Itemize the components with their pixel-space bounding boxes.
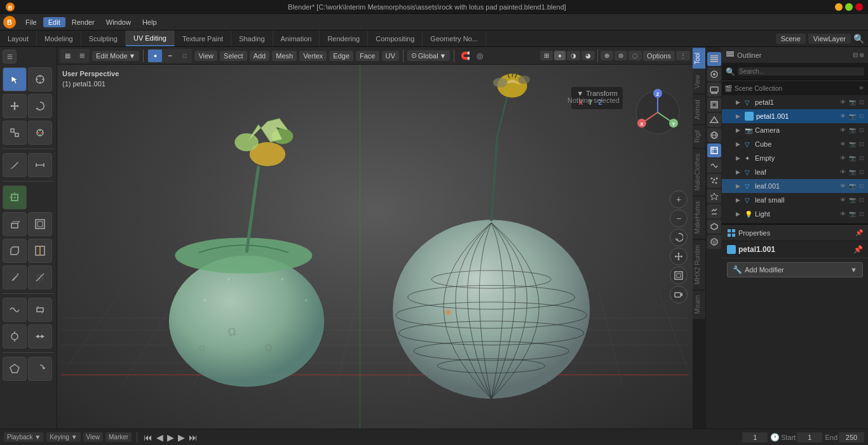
eye-empty[interactable]: 👁 xyxy=(839,154,847,162)
tab-layout[interactable]: Layout xyxy=(0,30,37,46)
cam-leaf[interactable]: 📷 xyxy=(848,168,857,176)
scene-props-tab[interactable] xyxy=(707,113,721,127)
eye-leafsmall[interactable]: 👁 xyxy=(839,196,847,204)
menu-help[interactable]: Help xyxy=(137,17,162,27)
cam-leafsmall[interactable]: 📷 xyxy=(848,196,857,204)
snap-btn[interactable]: 🧲 xyxy=(458,50,472,62)
gizmo-toggle[interactable]: ⊕ xyxy=(600,51,613,60)
shear-tool[interactable] xyxy=(28,298,52,322)
start-frame-input[interactable]: 1 xyxy=(797,432,822,442)
side-animat-tab[interactable]: Animat xyxy=(693,94,705,124)
face-menu[interactable]: Face xyxy=(356,51,379,61)
transform-pivot[interactable]: ⊙ Global ▼ xyxy=(407,50,451,61)
eye-leaf001[interactable]: 👁 xyxy=(839,182,847,190)
tree-item-petal1[interactable]: ▶ ▽ petal1 👁 📷 ⊡ xyxy=(722,95,868,109)
outliner-tab[interactable] xyxy=(707,52,721,66)
zoom-in-btn[interactable]: + xyxy=(670,190,688,208)
sel-camera[interactable]: ⊡ xyxy=(858,126,865,134)
poly-build-tool[interactable] xyxy=(3,357,27,381)
camera-view-btn[interactable] xyxy=(670,286,688,303)
tree-item-scene[interactable]: 🎬 Scene Collection 👁 xyxy=(722,81,868,95)
tree-eye-btn[interactable]: 👁 xyxy=(857,84,865,92)
outliner-search-input[interactable] xyxy=(738,67,864,76)
tab-geometry-nodes[interactable]: Geometry No... xyxy=(423,30,486,46)
sel-cube[interactable]: ⊡ xyxy=(858,140,865,148)
pin-icon[interactable]: 📌 xyxy=(853,245,863,254)
eye-leaf[interactable]: 👁 xyxy=(839,168,847,176)
proportional-edit-btn[interactable]: ◎ xyxy=(473,50,487,62)
tab-sculpting[interactable]: Sculpting xyxy=(81,30,126,46)
eye-petal1[interactable]: 👁 xyxy=(839,98,847,106)
render-props-tab[interactable] xyxy=(707,67,721,81)
view-menu[interactable]: View xyxy=(194,51,217,61)
prev-frame-btn[interactable]: ◀ xyxy=(155,431,165,444)
sel-light[interactable]: ⊡ xyxy=(858,210,865,218)
outliner-filter-btn[interactable]: ⊟ xyxy=(853,51,858,58)
eye-light[interactable]: 👁 xyxy=(839,210,847,218)
add-cube-tool[interactable] xyxy=(3,185,27,209)
view-menu-timeline[interactable]: View xyxy=(83,432,104,442)
orbit-btn[interactable] xyxy=(670,229,688,246)
viewport-3d[interactable]: ▦ ⊞ Edit Mode ▼ ● ━ □ View Select Add Me… xyxy=(57,47,693,428)
uv-menu[interactable]: UV xyxy=(382,51,399,61)
material-props-tab[interactable] xyxy=(707,235,721,249)
transform-tool[interactable] xyxy=(28,121,52,145)
options-menu[interactable]: Options xyxy=(643,51,675,61)
viewport-shading-material[interactable]: ◑ xyxy=(567,51,580,60)
knife-tool[interactable] xyxy=(3,265,27,289)
cursor-tool[interactable] xyxy=(28,67,52,91)
viewport-shading-render[interactable]: ◕ xyxy=(581,51,595,60)
tree-item-empty[interactable]: ▶ ✦ Empty 👁 📷 ⊡ xyxy=(722,151,868,165)
cam-empty[interactable]: 📷 xyxy=(848,154,857,162)
tree-item-leaf001[interactable]: ▶ ▽ leaf.001 👁 📷 ⊡ xyxy=(722,179,868,193)
vertex-select-btn[interactable]: ● xyxy=(148,50,162,62)
tree-item-camera[interactable]: ▶ 📷 Camera 👁 📷 ⊡ xyxy=(722,123,868,137)
scene-selector[interactable]: Scene xyxy=(776,34,806,44)
tab-rendering[interactable]: Rendering xyxy=(320,30,368,46)
minimize-button[interactable] xyxy=(835,3,843,11)
tab-uv-editing[interactable]: UV Editing xyxy=(126,30,175,46)
cam-cube[interactable]: 📷 xyxy=(848,140,857,148)
edit-mode-dropdown[interactable]: Edit Mode ▼ xyxy=(92,51,139,61)
tab-shading[interactable]: Shading xyxy=(231,30,273,46)
vertex-menu[interactable]: Vertex xyxy=(299,51,327,61)
zoom-out-btn[interactable]: − xyxy=(670,209,688,227)
particles-props-tab[interactable] xyxy=(707,174,721,188)
select-menu[interactable]: Select xyxy=(220,51,247,61)
sel-empty[interactable]: ⊡ xyxy=(858,154,865,162)
move-tool[interactable] xyxy=(3,94,27,118)
annotate-tool[interactable] xyxy=(3,153,27,177)
tab-modeling[interactable]: Modeling xyxy=(37,30,81,46)
zoom-extent-btn[interactable] xyxy=(670,267,688,284)
side-rigif-tab[interactable]: Rigif xyxy=(693,124,705,148)
eye-petal1001[interactable]: 👁 xyxy=(839,112,847,120)
xray-toggle[interactable]: ◌ xyxy=(628,51,642,60)
eye-camera[interactable]: 👁 xyxy=(839,126,847,134)
sel-leaf001[interactable]: ⊡ xyxy=(858,182,865,190)
menu-file[interactable]: File xyxy=(20,17,42,27)
pan-btn[interactable] xyxy=(670,248,688,265)
add-modifier-btn[interactable]: 🔧 Add Modifier ▼ xyxy=(727,262,863,277)
eye-cube[interactable]: 👁 xyxy=(839,140,847,148)
select-tool[interactable] xyxy=(3,67,27,91)
cam-petal1001[interactable]: 📷 xyxy=(848,112,857,120)
tree-item-leaf[interactable]: ▶ ▽ leaf 👁 📷 ⊡ xyxy=(722,165,868,179)
physics-props-tab[interactable] xyxy=(707,189,721,203)
bisect-tool[interactable] xyxy=(28,265,52,289)
view-layer-selector[interactable]: ViewLayer xyxy=(808,34,851,44)
cam-leaf001[interactable]: 📷 xyxy=(848,182,857,190)
tree-item-leafsmall[interactable]: ▶ ▽ leaf small 👁 📷 ⊡ xyxy=(722,193,868,207)
cam-light[interactable]: 📷 xyxy=(848,210,857,218)
output-props-tab[interactable] xyxy=(707,83,721,96)
jump-end-btn[interactable]: ⏭ xyxy=(187,431,199,444)
header-expand[interactable]: ⋮ xyxy=(676,51,690,60)
measure-tool[interactable] xyxy=(28,153,52,177)
extrude-tool[interactable] xyxy=(3,212,27,236)
side-makehuma-tab[interactable]: MakeHuma xyxy=(693,196,705,239)
tree-item-cube[interactable]: ▶ ▽ Cube 👁 📷 ⊡ xyxy=(722,137,868,151)
tab-animation[interactable]: Animation xyxy=(273,30,320,46)
bevel-tool[interactable] xyxy=(3,239,27,263)
maximize-button[interactable] xyxy=(845,3,853,11)
viewport-mode-icon[interactable]: ▦ xyxy=(60,50,74,62)
viewport-axis-gizmo[interactable]: Z Y X xyxy=(632,87,683,138)
